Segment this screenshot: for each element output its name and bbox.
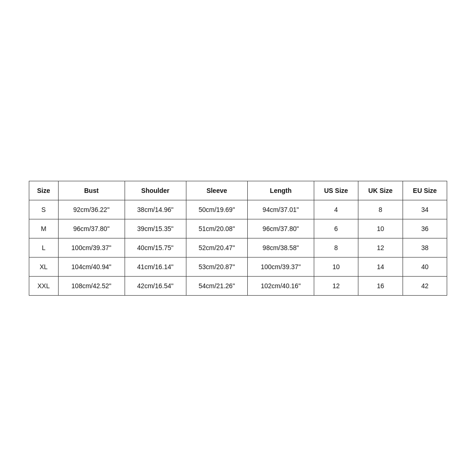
table-row: S92cm/36.22"38cm/14.96"50cm/19.69"94cm/3… bbox=[29, 200, 447, 219]
cell-uk-size: 10 bbox=[358, 219, 403, 238]
header-uk-size: UK Size bbox=[358, 181, 403, 200]
cell-size: M bbox=[29, 219, 59, 238]
cell-sleeve: 51cm/20.08" bbox=[186, 219, 247, 238]
cell-length: 98cm/38.58" bbox=[247, 238, 314, 257]
cell-sleeve: 53cm/20.87" bbox=[186, 257, 247, 276]
cell-shoulder: 39cm/15.35" bbox=[125, 219, 186, 238]
table-header-row: Size Bust Shoulder Sleeve Length US Size… bbox=[29, 181, 447, 200]
cell-size: XL bbox=[29, 257, 59, 276]
header-bust: Bust bbox=[58, 181, 125, 200]
header-sleeve: Sleeve bbox=[186, 181, 247, 200]
cell-bust: 96cm/37.80" bbox=[58, 219, 125, 238]
cell-us-size: 10 bbox=[314, 257, 358, 276]
cell-uk-size: 8 bbox=[358, 200, 403, 219]
cell-size: S bbox=[29, 200, 59, 219]
cell-eu-size: 34 bbox=[403, 200, 447, 219]
header-eu-size: EU Size bbox=[403, 181, 447, 200]
header-shoulder: Shoulder bbox=[125, 181, 186, 200]
cell-shoulder: 42cm/16.54" bbox=[125, 276, 186, 295]
cell-us-size: 12 bbox=[314, 276, 358, 295]
cell-us-size: 4 bbox=[314, 200, 358, 219]
cell-eu-size: 40 bbox=[403, 257, 447, 276]
table-row: XL104cm/40.94"41cm/16.14"53cm/20.87"100c… bbox=[29, 257, 447, 276]
cell-uk-size: 14 bbox=[358, 257, 403, 276]
cell-uk-size: 12 bbox=[358, 238, 403, 257]
cell-eu-size: 42 bbox=[403, 276, 447, 295]
cell-length: 96cm/37.80" bbox=[247, 219, 314, 238]
header-length: Length bbox=[247, 181, 314, 200]
cell-sleeve: 54cm/21.26" bbox=[186, 276, 247, 295]
cell-size: XXL bbox=[29, 276, 59, 295]
cell-uk-size: 16 bbox=[358, 276, 403, 295]
cell-size: L bbox=[29, 238, 59, 257]
size-chart-table: Size Bust Shoulder Sleeve Length US Size… bbox=[29, 181, 447, 296]
cell-length: 94cm/37.01" bbox=[247, 200, 314, 219]
cell-length: 100cm/39.37" bbox=[247, 257, 314, 276]
table-row: M96cm/37.80"39cm/15.35"51cm/20.08"96cm/3… bbox=[29, 219, 447, 238]
cell-shoulder: 40cm/15.75" bbox=[125, 238, 186, 257]
cell-bust: 92cm/36.22" bbox=[58, 200, 125, 219]
cell-eu-size: 38 bbox=[403, 238, 447, 257]
size-chart-container: Size Bust Shoulder Sleeve Length US Size… bbox=[29, 181, 447, 296]
cell-length: 102cm/40.16" bbox=[247, 276, 314, 295]
cell-shoulder: 41cm/16.14" bbox=[125, 257, 186, 276]
table-row: XXL108cm/42.52"42cm/16.54"54cm/21.26"102… bbox=[29, 276, 447, 295]
cell-bust: 100cm/39.37" bbox=[58, 238, 125, 257]
table-row: L100cm/39.37"40cm/15.75"52cm/20.47"98cm/… bbox=[29, 238, 447, 257]
header-size: Size bbox=[29, 181, 59, 200]
cell-eu-size: 36 bbox=[403, 219, 447, 238]
cell-bust: 104cm/40.94" bbox=[58, 257, 125, 276]
cell-sleeve: 50cm/19.69" bbox=[186, 200, 247, 219]
cell-sleeve: 52cm/20.47" bbox=[186, 238, 247, 257]
cell-bust: 108cm/42.52" bbox=[58, 276, 125, 295]
cell-shoulder: 38cm/14.96" bbox=[125, 200, 186, 219]
header-us-size: US Size bbox=[314, 181, 358, 200]
cell-us-size: 8 bbox=[314, 238, 358, 257]
cell-us-size: 6 bbox=[314, 219, 358, 238]
